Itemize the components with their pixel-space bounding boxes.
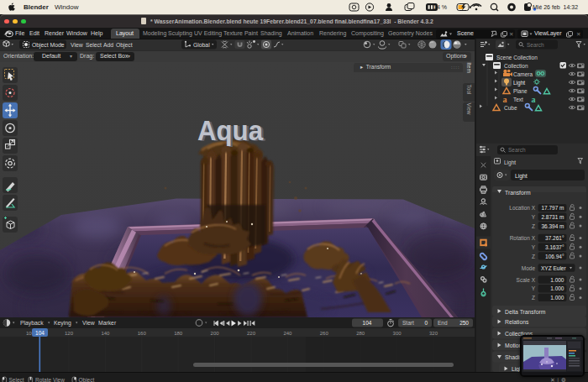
svg-text:Text: Text — [513, 97, 523, 102]
svg-text:106.94°: 106.94° — [545, 254, 564, 259]
svg-text:Object: Object — [79, 377, 95, 382]
svg-text:Scene Collection: Scene Collection — [496, 55, 538, 60]
svg-text:Delta Transform: Delta Transform — [505, 309, 546, 315]
svg-text:Plane: Plane — [513, 88, 528, 94]
svg-text:Location X: Location X — [509, 205, 535, 211]
svg-text:View: View — [82, 320, 95, 326]
svg-text:37.261°: 37.261° — [545, 235, 564, 241]
svg-text:104: 104 — [35, 330, 45, 336]
svg-text:Global: Global — [193, 42, 210, 48]
svg-text:Light: Light — [513, 80, 525, 86]
svg-text:Search: Search — [527, 42, 544, 48]
svg-text:✕｜⚙: ✕｜⚙ — [550, 377, 566, 382]
svg-text:Z: Z — [532, 254, 535, 259]
svg-text:XYZ Euler: XYZ Euler — [541, 265, 566, 271]
svg-text:Transform: Transform — [505, 190, 531, 196]
svg-text:36.394 m: 36.394 m — [541, 223, 564, 229]
svg-text:a: a — [532, 95, 536, 104]
svg-text:Collection: Collection — [504, 63, 528, 69]
svg-text:260: 260 — [320, 331, 329, 336]
svg-text:Search: Search — [508, 147, 526, 153]
svg-text:140: 140 — [101, 331, 110, 336]
svg-text:Select: Select — [9, 377, 24, 382]
svg-text:Aqua: Aqua — [197, 114, 264, 146]
svg-text:Y: Y — [532, 214, 536, 220]
svg-text:160: 160 — [138, 331, 147, 336]
svg-text:Select: Select — [86, 42, 102, 48]
svg-text:300: 300 — [393, 331, 402, 336]
svg-text:Scale X: Scale X — [517, 277, 536, 283]
svg-text:Y: Y — [532, 244, 536, 250]
svg-text:0: 0 — [424, 320, 428, 326]
svg-text:Light: Light — [515, 173, 528, 180]
svg-text:End: End — [438, 320, 448, 326]
svg-text:Z: Z — [532, 295, 535, 301]
svg-text:2.8731 m: 2.8731 m — [541, 214, 564, 220]
svg-text:View: View — [71, 42, 83, 48]
svg-text:17.797 m: 17.797 m — [541, 205, 564, 211]
svg-text:Playback: Playback — [20, 320, 44, 327]
svg-text:Camera: Camera — [513, 71, 533, 77]
svg-text:Y: Y — [532, 285, 536, 291]
svg-text:1.000: 1.000 — [550, 295, 564, 301]
svg-text:Relations: Relations — [505, 319, 529, 325]
svg-text:Start: Start — [402, 320, 414, 326]
svg-text:Object Mode: Object Mode — [32, 42, 65, 49]
svg-text:Add: Add — [103, 42, 113, 48]
svg-text:Rotation X: Rotation X — [510, 235, 536, 241]
svg-text:3.1637°: 3.1637° — [545, 244, 564, 250]
svg-text:240: 240 — [283, 331, 292, 336]
svg-text:Cube: Cube — [504, 105, 517, 111]
svg-text:200: 200 — [211, 331, 220, 336]
svg-text:104: 104 — [363, 320, 372, 326]
svg-text:a: a — [503, 95, 507, 104]
svg-text:Keying: Keying — [54, 320, 71, 327]
svg-text:220: 220 — [247, 331, 256, 336]
svg-text:1.000: 1.000 — [550, 285, 564, 291]
svg-text:Z: Z — [532, 223, 535, 229]
svg-text:Mode: Mode — [522, 265, 536, 271]
svg-text:280: 280 — [356, 331, 365, 336]
svg-text:Marker: Marker — [98, 320, 117, 326]
svg-text:250: 250 — [459, 320, 469, 326]
svg-text:Rotate View: Rotate View — [35, 377, 65, 382]
svg-text:1.000: 1.000 — [550, 277, 564, 283]
svg-text:Object: Object — [116, 42, 133, 49]
svg-text:180: 180 — [174, 331, 183, 336]
svg-text:Light: Light — [504, 160, 516, 166]
svg-text:320: 320 — [429, 331, 438, 336]
svg-text:120: 120 — [65, 331, 74, 336]
